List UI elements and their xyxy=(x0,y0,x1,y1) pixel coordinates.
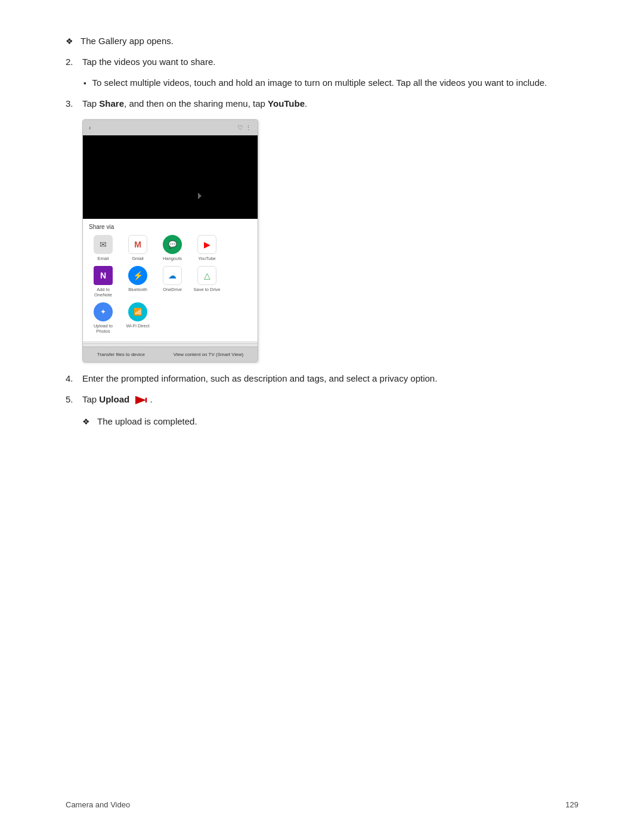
share-icon-onenote: N Add to OneNote xyxy=(89,266,117,298)
bullet-gallery-text: The Gallery app opens. xyxy=(80,36,174,46)
step-5-prefix: Tap xyxy=(82,394,99,404)
share-icons-row-2: N Add to OneNote ⚡ Bluetooth ☁ OneDrive xyxy=(89,266,252,298)
sub-bullet-marker: ▪ xyxy=(83,79,86,88)
wifi-direct-label: Wi-Fi Direct xyxy=(126,323,149,329)
view-content-label: View content on TV (Smart View) xyxy=(174,352,243,357)
hangouts-circle: 💬 xyxy=(163,235,182,254)
phone-top-right: ♡ ⋮ xyxy=(237,124,252,132)
share-icon-upload-photos: ✦ Upload to Photos xyxy=(89,302,117,334)
step-5-upload-bold: Upload xyxy=(99,394,129,404)
youtube-circle: ▶ xyxy=(197,235,216,254)
step-3-suffix: . xyxy=(305,98,307,109)
view-content-option: View content on TV (Smart View) xyxy=(174,352,243,357)
share-via-section: Share via ✉ Email M Gmail 💬 xyxy=(83,219,258,341)
share-icon-save-to-drive: △ Save to Drive xyxy=(193,266,221,298)
gmail-label: Gmail xyxy=(132,256,144,261)
save-to-drive-circle: △ xyxy=(197,266,216,285)
step-4: 4. Enter the prompted information, such … xyxy=(66,373,578,383)
email-circle: ✉ xyxy=(94,235,113,254)
diamond-marker-2: ❖ xyxy=(82,417,90,426)
save-to-drive-label: Save to Drive xyxy=(193,287,220,292)
onedrive-label: OneDrive xyxy=(163,287,182,292)
step-5-suffix: . xyxy=(150,394,153,404)
svg-marker-0 xyxy=(135,396,146,404)
step-2-number: 2. xyxy=(66,57,82,67)
phone-bottom-bar: Transfer files to device View content on… xyxy=(83,346,258,362)
bluetooth-label: Bluetooth xyxy=(128,287,147,292)
bullet-upload-complete: ❖ The upload is completed. xyxy=(82,416,578,426)
phone-top-bar: ‹ ♡ ⋮ xyxy=(83,120,258,135)
page-content: ❖ The Gallery app opens. 2. Tap the vide… xyxy=(0,0,644,485)
substep-2-text: To select multiple videos, touch and hol… xyxy=(92,78,547,88)
step-5-number: 5. xyxy=(66,394,82,404)
share-via-title: Share via xyxy=(89,224,252,230)
share-icon-gmail: M Gmail xyxy=(123,235,152,261)
bullet-upload-text: The upload is completed. xyxy=(97,416,197,426)
wifi-direct-circle: 📶 xyxy=(128,302,147,321)
transfer-files-label: Transfer files to device xyxy=(97,352,145,357)
gmail-circle: M xyxy=(128,235,147,254)
step-2: 2. Tap the videos you want to share. xyxy=(66,57,578,67)
step-3-number: 3. xyxy=(66,98,82,109)
page-footer: Camera and Video 129 xyxy=(66,800,578,809)
hangouts-label: Hangouts xyxy=(163,256,182,261)
share-icon-youtube: ▶ YouTube xyxy=(193,235,221,261)
share-icons-row-3: ✦ Upload to Photos 📶 Wi-Fi Direct xyxy=(89,302,252,334)
upload-icon xyxy=(134,395,147,405)
email-label: Email xyxy=(98,256,109,261)
footer-right: 129 xyxy=(565,800,578,809)
step-3-text: Tap Share, and then on the sharing menu,… xyxy=(82,98,307,109)
share-icon-onedrive: ☁ OneDrive xyxy=(158,266,187,298)
substep-2: ▪ To select multiple videos, touch and h… xyxy=(83,78,578,88)
share-icon-bluetooth: ⚡ Bluetooth xyxy=(123,266,152,298)
bullet-gallery-opens: ❖ The Gallery app opens. xyxy=(66,36,578,46)
onedrive-circle: ☁ xyxy=(163,266,182,285)
upload-photos-label: Upload to Photos xyxy=(89,323,117,334)
share-icons-row-1: ✉ Email M Gmail 💬 Hangouts xyxy=(89,235,252,261)
step-4-number: 4. xyxy=(66,373,82,383)
share-icon-email: ✉ Email xyxy=(89,235,117,261)
step-5: 5. Tap Upload . xyxy=(66,394,578,405)
step-3: 3. Tap Share, and then on the sharing me… xyxy=(66,98,578,109)
cursor-indicator xyxy=(198,193,204,201)
upload-photos-circle: ✦ xyxy=(94,302,113,321)
share-icon-hangouts: 💬 Hangouts xyxy=(158,235,187,261)
onenote-circle: N xyxy=(94,266,113,285)
phone-video-area xyxy=(83,135,258,219)
step-2-text: Tap the videos you want to share. xyxy=(82,57,215,67)
share-icon-wifi-direct: 📶 Wi-Fi Direct xyxy=(123,302,152,334)
step-3-bold-share: Share xyxy=(99,98,124,109)
step-3-middle: , and then on the sharing menu, tap xyxy=(124,98,268,109)
phone-screenshot: ‹ ♡ ⋮ Share via ✉ Email M xyxy=(82,119,258,363)
youtube-label: YouTube xyxy=(198,256,215,261)
diamond-marker-1: ❖ xyxy=(66,36,73,46)
step-5-text: Tap Upload . xyxy=(82,394,153,405)
step-4-text: Enter the prompted information, such as … xyxy=(82,373,437,383)
onenote-label: Add to OneNote xyxy=(89,287,117,298)
divider xyxy=(83,343,258,344)
footer-left: Camera and Video xyxy=(66,800,130,809)
transfer-files-option: Transfer files to device xyxy=(97,352,145,357)
phone-back-arrow: ‹ xyxy=(89,124,91,131)
bluetooth-circle: ⚡ xyxy=(128,266,147,285)
step-3-bold-youtube: YouTube xyxy=(268,98,305,109)
